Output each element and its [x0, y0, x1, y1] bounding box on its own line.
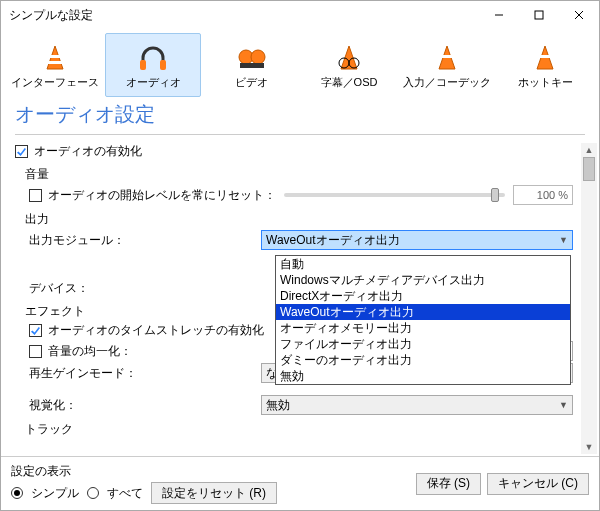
settings-scrollpane: ▲ ▼ オーディオの有効化 音量 オーディオの開始レベルを常にリセット： 100…	[1, 141, 599, 456]
volume-section-label: 音量	[25, 166, 573, 183]
dropdown-option[interactable]: DirectXオーディオ出力	[276, 288, 570, 304]
enable-audio-label: オーディオの有効化	[34, 143, 142, 160]
svg-rect-6	[48, 61, 62, 64]
tab-label: オーディオ	[126, 75, 181, 90]
tab-audio[interactable]: オーディオ	[105, 33, 201, 97]
cone-icon	[38, 41, 72, 75]
maximize-button[interactable]	[519, 1, 559, 29]
output-module-value: WaveOutオーディオ出力	[266, 232, 400, 249]
close-button[interactable]	[559, 1, 599, 29]
tab-label: 字幕／OSD	[321, 75, 378, 90]
cancel-button[interactable]: キャンセル (C)	[487, 473, 589, 495]
track-section-label: トラック	[25, 421, 573, 438]
dropdown-option[interactable]: ファイルオーディオ出力	[276, 336, 570, 352]
svg-rect-8	[160, 60, 166, 70]
tab-input-codecs[interactable]: 入力／コーデック	[399, 33, 495, 97]
tab-interface[interactable]: インターフェース	[7, 33, 103, 97]
output-module-dropdown[interactable]: 自動 Windowsマルチメディアデバイス出力 DirectXオーディオ出力 W…	[275, 255, 571, 385]
enable-audio-checkbox[interactable]	[15, 145, 28, 158]
divider	[15, 134, 585, 135]
visualization-label: 視覚化：	[29, 397, 261, 414]
dropdown-option[interactable]: Windowsマルチメディアデバイス出力	[276, 272, 570, 288]
tab-label: ホットキー	[518, 75, 573, 90]
tab-label: 入力／コーデック	[403, 75, 491, 90]
visualization-value: 無効	[266, 397, 290, 414]
radio-simple-row[interactable]: シンプル	[11, 485, 79, 502]
headphones-icon	[136, 41, 170, 75]
radio-all-row[interactable]: すべて	[87, 485, 143, 502]
settings-window: シンプルな設定 インターフェース オーディオ ビデオ 字幕／OSD	[0, 0, 600, 511]
chevron-down-icon: ▼	[559, 400, 568, 410]
film-icon	[234, 41, 268, 75]
tab-subtitles[interactable]: 字幕／OSD	[301, 33, 397, 97]
tab-label: インターフェース	[11, 75, 99, 90]
gain-mode-label: 再生ゲインモード：	[29, 365, 261, 382]
svg-rect-11	[240, 63, 264, 68]
dropdown-option[interactable]: 自動	[276, 256, 570, 272]
dropdown-option[interactable]: オーディオメモリー出力	[276, 320, 570, 336]
output-section-label: 出力	[25, 211, 573, 228]
timestretch-label: オーディオのタイムストレッチの有効化	[48, 322, 264, 339]
reset-volume-checkbox[interactable]	[29, 189, 42, 202]
dropdown-option[interactable]: ダミーのオーディオ出力	[276, 352, 570, 368]
cone-icon	[528, 41, 562, 75]
save-button[interactable]: 保存 (S)	[416, 473, 481, 495]
svg-point-10	[251, 50, 265, 64]
enable-audio-row: オーディオの有効化	[15, 143, 573, 160]
normalize-checkbox[interactable]	[29, 345, 42, 358]
output-module-label: 出力モジュール：	[29, 232, 261, 249]
minimize-button[interactable]	[479, 1, 519, 29]
titlebar: シンプルな設定	[1, 1, 599, 29]
page-title: オーディオ設定	[1, 97, 599, 130]
volume-percent-box: 100 %	[513, 185, 573, 205]
reset-volume-label: オーディオの開始レベルを常にリセット：	[48, 187, 276, 204]
reset-volume-row: オーディオの開始レベルを常にリセット： 100 %	[29, 185, 573, 205]
tab-label: ビデオ	[235, 75, 268, 90]
footer-bar: 設定の表示 シンプル すべて 設定をリセット (R) 保存 (S) キャンセル …	[1, 456, 599, 510]
svg-rect-1	[535, 11, 543, 19]
visualization-combo[interactable]: 無効 ▼	[261, 395, 573, 415]
device-label: デバイス：	[29, 280, 261, 297]
svg-rect-16	[442, 55, 452, 58]
normalize-label: 音量の均一化：	[48, 343, 266, 360]
cone-icon	[430, 41, 464, 75]
glasses-icon	[332, 41, 366, 75]
dropdown-option-selected[interactable]: WaveOutオーディオ出力	[276, 304, 570, 320]
volume-slider[interactable]	[284, 193, 505, 197]
slider-knob[interactable]	[491, 188, 499, 202]
output-module-combo[interactable]: WaveOutオーディオ出力 ▼	[261, 230, 573, 250]
svg-marker-12	[341, 46, 357, 69]
tab-video[interactable]: ビデオ	[203, 33, 299, 97]
timestretch-checkbox[interactable]	[29, 324, 42, 337]
window-title: シンプルな設定	[9, 7, 479, 24]
dropdown-option[interactable]: 無効	[276, 368, 570, 384]
category-tabstrip: インターフェース オーディオ ビデオ 字幕／OSD 入力／コーデック ホットキー	[1, 29, 599, 97]
show-settings-label: 設定の表示	[11, 463, 277, 480]
radio-simple[interactable]	[11, 487, 23, 499]
svg-rect-5	[50, 55, 60, 58]
radio-all[interactable]	[87, 487, 99, 499]
chevron-down-icon: ▼	[559, 235, 568, 245]
reset-settings-button[interactable]: 設定をリセット (R)	[151, 482, 277, 504]
svg-rect-7	[140, 60, 146, 70]
tab-hotkeys[interactable]: ホットキー	[497, 33, 593, 97]
svg-rect-18	[540, 55, 550, 58]
